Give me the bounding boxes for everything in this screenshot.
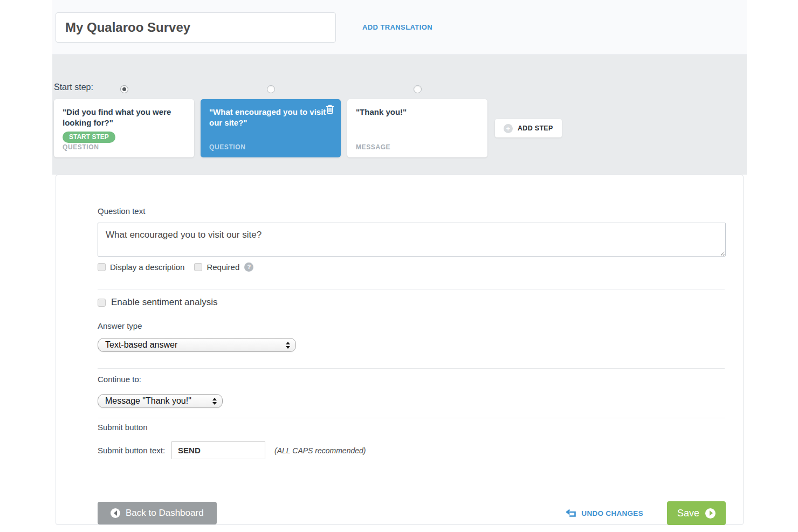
add-step-spacer (495, 79, 562, 99)
start-step-radio-2[interactable] (267, 85, 275, 93)
submit-button-text-label: Submit button text: (98, 446, 165, 455)
select-arrows-icon (286, 342, 290, 349)
step-card-2-top: "What encouraged you to visit our site?" (209, 107, 332, 129)
step-column-3: "Thank you!" MESSAGE (347, 79, 487, 157)
submit-button-section: Submit button Submit button text: (ALL C… (98, 418, 725, 459)
step-card-3-top: "Thank you!" (356, 107, 479, 118)
back-to-dashboard-button[interactable]: Back to Dashboard (98, 502, 217, 524)
sentiment-row: Enable sentiment analysis (98, 297, 725, 308)
start-step-badge: START STEP (63, 132, 115, 143)
question-text-textarea[interactable]: What encouraged you to visit our site? (98, 223, 726, 257)
header: ADD TRANSLATION (52, 0, 747, 55)
save-arrow-icon (705, 508, 716, 519)
step-card-1-top: "Did you find what you were looking for?… (63, 107, 185, 143)
save-label: Save (677, 508, 699, 519)
step-card-1[interactable]: "Did you find what you were looking for?… (54, 99, 194, 157)
display-description-checkbox[interactable] (98, 263, 106, 271)
step-card-2-selected[interactable]: "What encouraged you to visit our site?"… (201, 99, 341, 157)
submit-button-row: Submit button text: (ALL CAPS recommende… (98, 441, 725, 459)
content-column: ADD TRANSLATION Start step: "Did you fin… (52, 0, 747, 525)
enable-sentiment-checkbox[interactable] (98, 299, 106, 307)
step-card-type-label: MESSAGE (356, 143, 479, 151)
question-options-row: Display a description Required ? (98, 262, 725, 272)
submit-button-section-label: Submit button (98, 423, 725, 432)
required-label: Required (207, 262, 239, 272)
step-column-2: "What encouraged you to visit our site?"… (201, 79, 341, 157)
start-step-label: Start step: (54, 82, 93, 92)
step-card-3[interactable]: "Thank you!" MESSAGE (347, 99, 487, 157)
submit-button-note: (ALL CAPS recommended) (274, 446, 366, 455)
save-button[interactable]: Save (667, 501, 726, 525)
add-translation-link[interactable]: ADD TRANSLATION (362, 23, 432, 31)
continue-to-label: Continue to: (98, 375, 725, 384)
editor-footer: Back to Dashboard UNDO CHANGES Save (98, 501, 726, 525)
step-card-type-label: QUESTION (63, 143, 185, 151)
undo-changes-link[interactable]: UNDO CHANGES (566, 509, 643, 517)
trash-icon[interactable] (326, 105, 334, 114)
steps-panel: Start step: "Did you find what you were … (52, 55, 747, 175)
step-card-title: "What encouraged you to visit our site?" (209, 107, 332, 129)
back-arrow-icon (111, 508, 120, 518)
answer-type-select[interactable]: Text-based answer (98, 338, 296, 352)
steps-row: "Did you find what you were looking for?… (54, 79, 747, 157)
step-card-title: "Did you find what you were looking for?… (63, 107, 185, 129)
display-description-label: Display a description (110, 262, 184, 272)
undo-arrow-icon (566, 509, 577, 517)
add-step-label: ADD STEP (518, 125, 553, 132)
plus-circle-icon: + (504, 124, 513, 133)
add-step-column: + ADD STEP (495, 79, 562, 157)
answer-type-label: Answer type (98, 321, 725, 330)
answer-type-selected-value: Text-based answer (105, 340, 177, 350)
add-step-button[interactable]: + ADD STEP (495, 119, 562, 137)
submit-button-text-input[interactable] (171, 441, 265, 459)
required-checkbox[interactable] (194, 263, 202, 271)
step-card-type-label: QUESTION (209, 143, 332, 151)
start-step-radio-wrap (201, 79, 341, 99)
question-text-label: Question text (98, 206, 725, 216)
continue-section: Continue to: Message "Thank you!" (98, 368, 725, 408)
start-step-radio-wrap (347, 79, 487, 99)
help-icon[interactable]: ? (244, 262, 253, 272)
survey-title-input[interactable] (56, 12, 336, 43)
select-arrows-icon (212, 398, 217, 405)
continue-to-selected-value: Message "Thank you!" (105, 396, 191, 406)
enable-sentiment-label: Enable sentiment analysis (111, 297, 218, 308)
continue-to-select[interactable]: Message "Thank you!" (98, 394, 223, 408)
step-editor-panel: Question text What encouraged you to vis… (56, 175, 744, 525)
sentiment-section: Enable sentiment analysis Answer type Te… (98, 289, 725, 352)
start-step-radio-1[interactable] (120, 85, 128, 93)
add-step-center: + ADD STEP (495, 99, 562, 157)
step-card-title: "Thank you!" (356, 107, 479, 118)
back-to-dashboard-label: Back to Dashboard (126, 508, 204, 519)
undo-changes-label: UNDO CHANGES (581, 509, 643, 517)
start-step-radio-3[interactable] (414, 85, 422, 93)
